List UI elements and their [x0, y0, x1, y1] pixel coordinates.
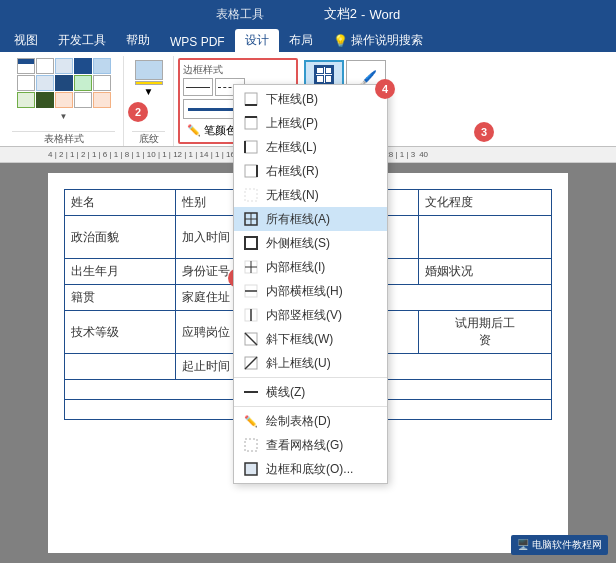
menu-diag-up[interactable]: 斜上框线(U) [234, 351, 387, 375]
title-app-name: Word [369, 7, 400, 22]
svg-rect-0 [245, 93, 257, 105]
menu-no-border[interactable]: 无框线(N) [234, 183, 387, 207]
menu-all-borders[interactable]: 所有框线(A) [234, 207, 387, 231]
table-style-group: ▼ 表格样式 [4, 56, 124, 146]
diag-down-icon [242, 330, 260, 348]
swatch-2[interactable] [36, 58, 54, 74]
swatch-4[interactable] [74, 58, 92, 74]
border-style-solid[interactable] [183, 78, 213, 96]
swatch-3[interactable] [55, 58, 73, 74]
shading-group: ▼ 底纹 [124, 56, 174, 146]
table-cell: 出生年月 [65, 259, 176, 285]
watermark-text: 电脑软件教程网 [532, 539, 602, 550]
inside-v-border-icon [242, 306, 260, 324]
shading-label: 底纹 [132, 131, 165, 146]
swatch-13[interactable] [55, 92, 73, 108]
table-cell: 文化程度 [419, 190, 552, 216]
table-cell: 籍贯 [65, 285, 176, 311]
right-border-icon [242, 162, 260, 180]
border-style-label: 边框样式 [183, 63, 259, 77]
inside-border-icon [242, 258, 260, 276]
shading-btn[interactable]: ▼ [135, 56, 163, 97]
inside-h-border-icon [242, 282, 260, 300]
svg-rect-2 [245, 117, 257, 129]
swatch-7[interactable] [36, 75, 54, 91]
svg-rect-26 [245, 463, 257, 475]
svg-rect-8 [245, 189, 257, 201]
menu-top-border[interactable]: 上框线(P) [234, 111, 387, 135]
svg-rect-25 [245, 439, 257, 451]
menu-border-shading[interactable]: 边框和底纹(O)... [234, 457, 387, 481]
search-icon: 💡 [333, 34, 348, 48]
table-cell: 政治面貌 [65, 216, 176, 259]
menu-h-line[interactable]: 横线(Z) [234, 380, 387, 404]
title-table-tools: 表格工具 [216, 6, 264, 23]
tab-view[interactable]: 视图 [4, 29, 48, 52]
tab-devtools[interactable]: 开发工具 [48, 29, 116, 52]
menu-bottom-border[interactable]: 下框线(B) [234, 87, 387, 111]
badge-4: 4 [375, 79, 395, 99]
tab-layout[interactable]: 布局 [279, 29, 323, 52]
swatch-9[interactable] [74, 75, 92, 91]
table-cell: 婚姻状况 [419, 259, 552, 285]
app-container: 表格工具 文档2 - Word 视图 开发工具 帮助 WPS PDF 设计 布局… [0, 0, 616, 563]
table-cell [65, 354, 176, 380]
svg-rect-4 [245, 141, 257, 153]
view-grid-icon [242, 436, 260, 454]
menu-draw-table[interactable]: ✏️ 绘制表格(D) [234, 409, 387, 433]
table-cell: 姓名 [65, 190, 176, 216]
border-shading-icon [242, 460, 260, 478]
divider-2 [234, 406, 387, 407]
swatch-6[interactable] [17, 75, 35, 91]
outside-border-icon [242, 234, 260, 252]
menu-view-grid[interactable]: 查看网格线(G) [234, 433, 387, 457]
watermark-badge: 🖥️ 电脑软件教程网 [511, 535, 608, 555]
top-border-icon [242, 114, 260, 132]
left-border-icon [242, 138, 260, 156]
svg-line-21 [245, 333, 257, 345]
menu-inside-v-border[interactable]: 内部竖框线(V) [234, 303, 387, 327]
swatch-12[interactable] [36, 92, 54, 108]
no-border-icon [242, 186, 260, 204]
table-style-swatches [15, 56, 113, 110]
badge-3: 3 [474, 122, 494, 142]
menu-diag-down[interactable]: 斜下框线(W) [234, 327, 387, 351]
border-dropdown-menu: 4 下框线(B) 上框线(P) 左框线 [233, 84, 388, 484]
table-cell: 技术等级 [65, 311, 176, 354]
menu-inside-h-border[interactable]: 内部横框线(H) [234, 279, 387, 303]
badge-2: 2 [128, 102, 148, 122]
table-style-label: 表格样式 [12, 131, 115, 146]
svg-line-23 [245, 357, 257, 369]
menu-right-border[interactable]: 右框线(R) [234, 159, 387, 183]
menu-inside-border[interactable]: 内部框线(I) [234, 255, 387, 279]
all-borders-icon [242, 210, 260, 228]
more-styles-arrow[interactable]: ▼ [60, 112, 68, 121]
menu-left-border[interactable]: 左框线(L) [234, 135, 387, 159]
tab-wpspdf[interactable]: WPS PDF [160, 32, 235, 52]
tab-search[interactable]: 💡 操作说明搜索 [323, 29, 433, 52]
swatch-14[interactable] [74, 92, 92, 108]
svg-rect-12 [245, 237, 257, 249]
tab-help[interactable]: 帮助 [116, 29, 160, 52]
title-separator: - [361, 7, 365, 22]
title-bar: 表格工具 文档2 - Word [0, 0, 616, 28]
swatch-8[interactable] [55, 75, 73, 91]
swatch-11[interactable] [17, 92, 35, 108]
swatch-5[interactable] [93, 58, 111, 74]
tab-design[interactable]: 设计 [235, 29, 279, 52]
ribbon-content: 2 ▼ 表格样式 [0, 52, 616, 147]
h-line-icon [242, 383, 260, 401]
draw-table-icon: ✏️ [242, 412, 260, 430]
diag-up-icon [242, 354, 260, 372]
divider-1 [234, 377, 387, 378]
menu-outside-border[interactable]: 外侧框线(S) [234, 231, 387, 255]
swatch-15[interactable] [93, 92, 111, 108]
title-doc-name: 文档2 [324, 5, 357, 23]
swatch-10[interactable] [93, 75, 111, 91]
swatch-1[interactable] [17, 58, 35, 74]
border-buttons-group: 边框 ▼ 🖌️ 边框刷 4 下框线(B) [302, 56, 388, 146]
svg-rect-6 [245, 165, 257, 177]
watermark-icon: 🖥️ [517, 539, 529, 550]
table-cell [419, 216, 552, 259]
pen-icon: ✏️ [187, 124, 201, 137]
